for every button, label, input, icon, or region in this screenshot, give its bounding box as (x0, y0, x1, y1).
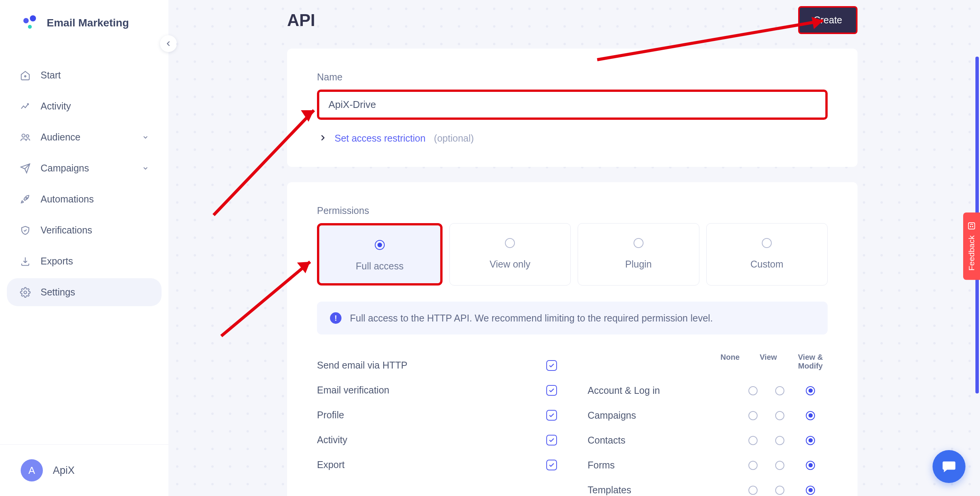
checkbox-row: Send email via HTTP (317, 353, 557, 378)
row-label: Profile (317, 410, 546, 421)
radio-row: Forms (588, 453, 828, 478)
permission-tile-custom[interactable]: Custom (706, 223, 828, 286)
checkbox-row: Email verification (317, 378, 557, 403)
checkbox-profile[interactable] (546, 410, 557, 421)
row-label: Templates (588, 485, 740, 496)
name-input[interactable] (317, 90, 828, 120)
row-label: Email verification (317, 385, 546, 396)
row-label: Campaigns (588, 410, 740, 421)
radio-account-none[interactable] (748, 386, 758, 395)
radio-headers: None View View & Modify (588, 353, 828, 370)
checkbox-export[interactable] (546, 460, 557, 470)
row-label: Contacts (588, 435, 740, 446)
svg-point-6 (26, 197, 28, 199)
permission-tile-plugin[interactable]: Plugin (578, 223, 699, 286)
radio-campaigns-modify[interactable] (806, 411, 815, 420)
header-none: None (717, 353, 743, 370)
sidebar-item-campaigns[interactable]: Campaigns (7, 154, 162, 182)
permission-label: Custom (750, 259, 783, 270)
row-label: Send email via HTTP (317, 360, 546, 371)
avatar: A (21, 459, 43, 481)
info-text: Full access to the HTTP API. We recommen… (350, 313, 713, 324)
radio-row: Campaigns (588, 403, 828, 428)
sidebar-item-label: Exports (41, 256, 73, 267)
radio-forms-view[interactable] (775, 461, 784, 470)
info-icon: ! (330, 312, 341, 324)
checkbox-email-verification[interactable] (546, 385, 557, 396)
radio-row: Contacts (588, 428, 828, 453)
radio-icon (375, 240, 385, 250)
home-icon (20, 70, 31, 81)
sidebar-item-settings[interactable]: Settings (7, 278, 162, 306)
row-label: Forms (588, 460, 740, 471)
feedback-label: Feedback (967, 235, 976, 271)
chat-button[interactable] (933, 450, 965, 483)
svg-point-2 (28, 25, 32, 29)
smile-icon (967, 222, 976, 230)
radio-campaigns-none[interactable] (748, 411, 758, 420)
chevron-down-icon (142, 163, 149, 174)
svg-point-5 (26, 135, 29, 137)
radio-contacts-view[interactable] (775, 436, 784, 445)
brand-logo-icon (21, 14, 39, 32)
create-button[interactable]: Create (798, 6, 858, 34)
sidebar-item-label: Activity (41, 101, 71, 112)
radio-icon (634, 238, 644, 248)
svg-point-0 (23, 18, 29, 23)
name-label: Name (317, 72, 828, 83)
svg-point-1 (30, 15, 36, 21)
radio-campaigns-view[interactable] (775, 411, 784, 420)
row-label: Account & Log in (588, 385, 740, 396)
svg-point-15 (972, 226, 973, 227)
radio-contacts-modify[interactable] (806, 436, 815, 445)
checkbox-send-email[interactable] (546, 360, 557, 371)
radio-row: Templates (588, 478, 828, 496)
sidebar-item-label: Start (41, 70, 61, 81)
header-view-modify: View & Modify (793, 353, 828, 370)
chevron-down-icon (142, 132, 149, 143)
permission-label: Full access (356, 261, 403, 272)
checkbox-row: Activity (317, 427, 557, 452)
users-icon (20, 132, 31, 143)
sidebar-item-exports[interactable]: Exports (7, 247, 162, 275)
row-label: Activity (317, 434, 546, 445)
user-footer[interactable]: A ApiX (0, 444, 168, 496)
sidebar-item-start[interactable]: Start (7, 61, 162, 89)
sidebar-item-activity[interactable]: Activity (7, 92, 162, 120)
access-restriction-link[interactable]: Set access restriction (335, 133, 426, 144)
header-view: View (755, 353, 782, 370)
checkbox-row: Profile (317, 403, 557, 427)
main: API Create Name Set access restriction (… (168, 0, 980, 496)
sidebar-item-automations[interactable]: Automations (7, 185, 162, 213)
radio-contacts-none[interactable] (748, 436, 758, 445)
row-label: Export (317, 459, 546, 470)
sidebar-item-verifications[interactable]: Verifications (7, 216, 162, 244)
feedback-tab[interactable]: Feedback (963, 212, 980, 280)
send-icon (20, 163, 31, 174)
radio-templates-modify[interactable] (806, 486, 815, 495)
radio-forms-modify[interactable] (806, 461, 815, 470)
radio-templates-view[interactable] (775, 486, 784, 495)
permission-tile-view-only[interactable]: View only (449, 223, 571, 286)
svg-rect-14 (969, 223, 975, 229)
checkbox-row: Export (317, 452, 557, 477)
radio-column: None View View & Modify Account & Log in… (588, 353, 828, 496)
permissions-label: Permissions (317, 205, 828, 216)
sidebar-item-label: Verifications (41, 225, 92, 236)
sidebar-item-audience[interactable]: Audience (7, 123, 162, 151)
primary-nav: Start Activity Audience (0, 46, 168, 321)
checkbox-activity[interactable] (546, 435, 557, 445)
radio-account-modify[interactable] (806, 386, 815, 395)
permissions-card: Permissions Full access View only Plugin (287, 182, 858, 496)
radio-account-view[interactable] (775, 386, 784, 395)
brand: Email Marketing (0, 0, 168, 46)
radio-row: Account & Log in (588, 378, 828, 403)
brand-title: Email Marketing (47, 17, 129, 29)
radio-forms-none[interactable] (748, 461, 758, 470)
gear-icon (20, 287, 31, 298)
chevron-right-icon (319, 134, 326, 143)
radio-icon (762, 238, 772, 248)
permission-tile-full-access[interactable]: Full access (317, 223, 443, 286)
page-title: API (287, 11, 315, 30)
radio-templates-none[interactable] (748, 486, 758, 495)
